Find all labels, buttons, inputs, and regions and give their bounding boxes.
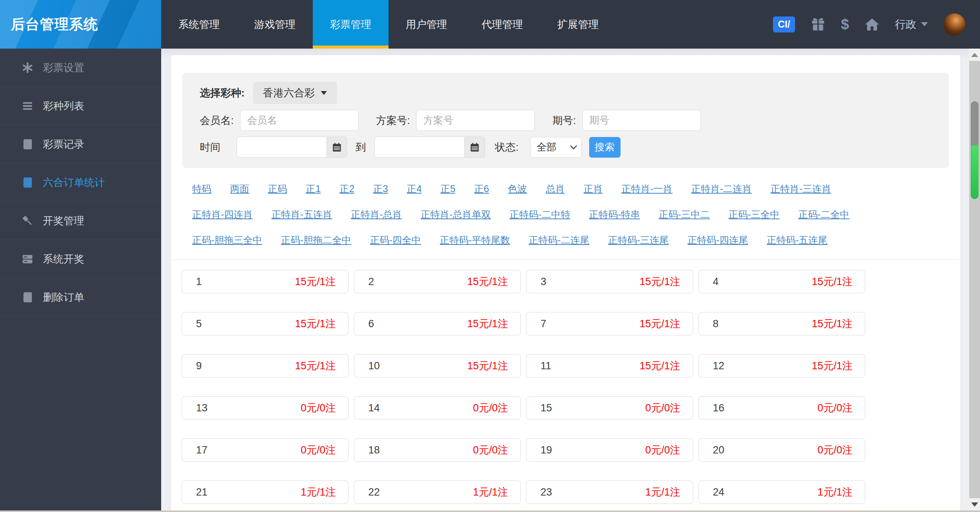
nav-tab[interactable]: 系统管理 (161, 0, 237, 49)
sidebar-item[interactable]: 彩种列表 (0, 87, 161, 125)
sidebar-item-label: 彩票记录 (43, 137, 84, 151)
plan-number-input[interactable] (416, 110, 535, 131)
bet-type-link[interactable]: 正特码-四连尾 (688, 234, 748, 246)
bet-type-link[interactable]: 特码 (192, 183, 211, 195)
nav-tab[interactable]: 游戏管理 (237, 0, 313, 49)
bet-amount: 15元/1注 (812, 275, 853, 289)
search-fields-row: 会员名: 方案号: 期号: (200, 110, 939, 131)
bet-type-link[interactable]: 正码-胆拖二全中 (281, 234, 351, 246)
sidebar-item-label: 开奖管理 (43, 214, 84, 228)
book-icon (21, 291, 34, 303)
gavel-icon (21, 215, 34, 227)
book-icon (21, 176, 34, 189)
bet-number-cell: 7 15元/1注 (526, 312, 693, 336)
bet-amount: 15元/1注 (295, 359, 336, 373)
issue-number-input[interactable] (582, 110, 701, 131)
bet-type-link[interactable]: 正特肖-四连肖 (192, 208, 253, 221)
chevron-down-icon (321, 91, 327, 95)
bet-type-link[interactable]: 正特码-二连尾 (529, 234, 589, 246)
bet-number-cell: 14 0元/0注 (354, 396, 521, 420)
sidebar: 彩票设置 彩种列表 彩票记录 六合订单统计 开奖管理 系统开奖 删除订单 (0, 49, 161, 512)
avatar[interactable] (943, 13, 965, 36)
bet-type-link[interactable]: 正特码-三连尾 (608, 234, 669, 246)
bet-type-link[interactable]: 正特肖-二连肖 (691, 183, 752, 195)
bet-type-link[interactable]: 正特码-平特尾数 (440, 234, 510, 246)
end-date-input[interactable] (374, 137, 465, 158)
bet-type-link[interactable]: 正特肖-总肖 (351, 208, 402, 221)
bet-type-link[interactable]: 正2 (340, 183, 354, 195)
scroll-up-arrow[interactable] (969, 49, 980, 61)
bet-type-link[interactable]: 正特肖-五连肖 (271, 208, 332, 221)
user-menu[interactable]: 行政 (895, 17, 928, 32)
bet-type-link[interactable]: 正3 (373, 183, 388, 195)
list-icon (21, 100, 34, 112)
asterisk-icon (21, 62, 34, 74)
bet-type-link[interactable]: 正特肖-总肖单双 (421, 208, 491, 221)
sidebar-item[interactable]: 删除订单 (0, 278, 161, 316)
calendar-icon (469, 142, 480, 153)
bet-amount: 15元/1注 (467, 275, 508, 289)
status-select[interactable]: 全部 (530, 137, 581, 158)
member-name-input[interactable] (240, 110, 359, 131)
start-date-calendar-button[interactable] (327, 137, 347, 158)
bet-number: 13 (196, 402, 207, 414)
bet-amount: 15元/1注 (295, 275, 336, 289)
bet-number: 15 (541, 402, 552, 414)
bet-type-link[interactable]: 正码-胆拖三全中 (192, 234, 262, 246)
bet-type-link[interactable]: 正5 (441, 183, 456, 195)
bet-type-link[interactable]: 正6 (474, 183, 489, 195)
nav-tab[interactable]: 扩展管理 (540, 0, 616, 49)
home-icon[interactable] (864, 17, 880, 32)
bet-number-cell: 10 15元/1注 (354, 354, 521, 378)
sidebar-item[interactable]: 系统开奖 (0, 240, 161, 278)
nav-tab[interactable]: 彩票管理 (313, 0, 389, 49)
bet-amount: 0元/0注 (645, 401, 680, 415)
bet-amount: 1元/1注 (817, 485, 853, 499)
bet-amount: 0元/0注 (301, 401, 336, 415)
bet-type-link[interactable]: 正4 (407, 183, 422, 195)
bet-type-link[interactable]: 正肖 (583, 183, 603, 195)
bet-number: 3 (541, 276, 546, 288)
dollar-icon[interactable]: $ (841, 16, 849, 33)
bet-type-link[interactable]: 正1 (306, 183, 321, 195)
search-button[interactable]: 搜索 (589, 137, 621, 158)
nav-tab[interactable]: 代理管理 (464, 0, 540, 49)
scroll-thumb[interactable] (971, 101, 978, 199)
bet-type-link[interactable]: 正特码-特串 (589, 208, 640, 221)
bet-amount: 15元/1注 (639, 317, 680, 331)
lottery-select-button[interactable]: 香港六合彩 (253, 82, 337, 104)
bet-type-link[interactable]: 两面 (230, 183, 249, 195)
nav-tab[interactable]: 用户管理 (389, 0, 464, 49)
end-date-calendar-button[interactable] (465, 137, 485, 158)
time-label: 时间 (200, 140, 220, 154)
currency-badge[interactable]: CI/ (773, 16, 795, 33)
bet-number-cell: 5 15元/1注 (181, 312, 349, 336)
bet-number: 24 (713, 486, 724, 498)
start-date-input[interactable] (237, 137, 327, 158)
top-nav: 系统管理 游戏管理 彩票管理 用户管理 代理管理 扩展管理 (161, 0, 616, 49)
bet-number-cell: 1 15元/1注 (181, 270, 349, 294)
member-name-label: 会员名: (200, 114, 234, 127)
sidebar-item[interactable]: 彩票记录 (0, 125, 161, 163)
bet-type-link[interactable]: 正码-三中二 (659, 208, 710, 221)
sidebar-item[interactable]: 彩票设置 (0, 49, 161, 87)
bet-amount: 1元/1注 (473, 485, 508, 499)
sidebar-item[interactable]: 开奖管理 (0, 202, 161, 240)
bet-type-link[interactable]: 正码-三全中 (728, 208, 779, 221)
sidebar-item[interactable]: 六合订单统计 (0, 163, 161, 202)
bet-type-link[interactable]: 正特码-二中特 (510, 208, 570, 221)
bet-type-link[interactable]: 正码-四全中 (370, 234, 421, 246)
bet-type-link[interactable]: 色波 (508, 183, 527, 195)
bet-type-link[interactable]: 正码-二全中 (799, 208, 849, 221)
scroll-down-arrow[interactable] (969, 498, 980, 510)
bet-type-link[interactable]: 正码 (268, 183, 287, 195)
bet-number: 14 (368, 402, 380, 414)
lottery-select-row: 选择彩种: 香港六合彩 (200, 82, 939, 104)
scrollbar[interactable] (969, 49, 980, 512)
gift-icon[interactable] (810, 17, 826, 32)
bet-type-link[interactable]: 正特肖-一肖 (621, 183, 672, 195)
bet-type-link[interactable]: 正特码-五连尾 (767, 234, 827, 246)
bet-type-link[interactable]: 正特肖-三连肖 (771, 183, 831, 195)
bet-type-link[interactable]: 总肖 (546, 183, 565, 195)
server-icon (21, 253, 34, 265)
